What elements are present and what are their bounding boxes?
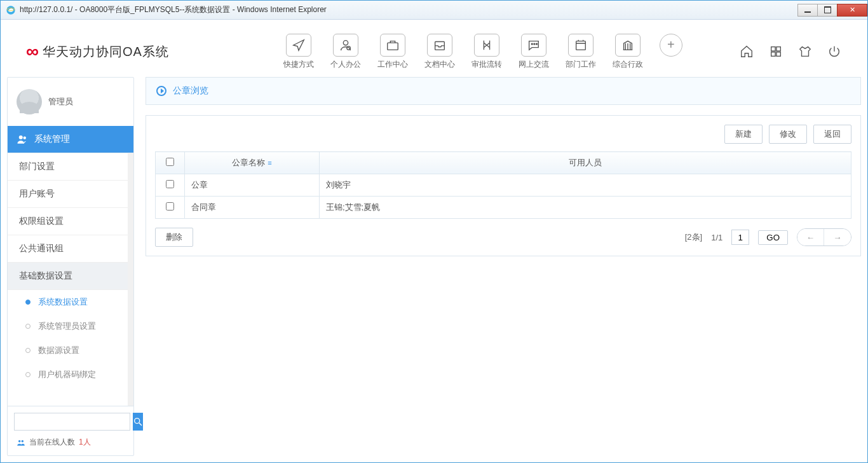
user-icon (333, 34, 358, 57)
nav-docs[interactable]: 文档中心 (424, 34, 455, 70)
go-button[interactable]: GO (758, 230, 788, 245)
chat-icon (521, 34, 546, 57)
sidebar-item-users[interactable]: 用户账号 (8, 181, 133, 208)
bullet-icon (25, 372, 31, 377)
total-count: [2条] (685, 232, 702, 243)
shirt-icon[interactable] (797, 44, 813, 59)
back-button[interactable]: 返回 (813, 125, 851, 144)
page-title-bar: 公章浏览 (146, 77, 861, 105)
svg-rect-13 (776, 52, 780, 56)
online-status: 当前在线人数 1人 (14, 431, 127, 449)
logo-text: 华天动力协同OA系统 (43, 43, 169, 60)
nav-dept[interactable]: 部门工作 (566, 34, 596, 70)
page-input[interactable] (731, 230, 749, 245)
sidebar-section-title[interactable]: 系统管理 (8, 126, 133, 153)
table-row[interactable]: 公章 刘晓宇 (156, 174, 851, 197)
select-all-checkbox[interactable] (166, 158, 174, 166)
sidebar-collapse-handle[interactable] (130, 226, 133, 258)
svg-rect-9 (576, 41, 586, 50)
sidebar-search-button[interactable] (133, 413, 143, 431)
sort-icon: ≡ (268, 159, 271, 167)
svg-rect-11 (776, 47, 780, 51)
sidebar-item-perm[interactable]: 权限组设置 (8, 208, 133, 235)
briefcase-icon (380, 34, 405, 57)
sidebar-sub-sysadmin[interactable]: 系统管理员设置 (8, 314, 133, 338)
sidebar-item-contacts[interactable]: 公共通讯组 (8, 235, 133, 263)
calendar-icon (568, 34, 593, 57)
bullet-icon (25, 324, 31, 329)
col-seal-name[interactable]: 公章名称≡ (185, 152, 320, 174)
scrollbar-thumb[interactable] (128, 153, 133, 204)
sidebar-sub-datasource[interactable]: 数据源设置 (8, 338, 133, 363)
row-checkbox[interactable] (166, 202, 174, 211)
home-icon[interactable] (739, 44, 754, 59)
logo: ∞ 华天动力协同OA系统 (26, 41, 169, 62)
ie-icon (6, 5, 16, 15)
delete-button[interactable]: 删除 (155, 228, 193, 247)
sidebar-item-dept[interactable]: 部门设置 (8, 153, 133, 181)
window-maximize[interactable] (817, 4, 837, 17)
people-icon (17, 438, 25, 447)
prev-page-button[interactable]: ← (797, 229, 824, 245)
nav-admin[interactable]: 综合行政 (613, 34, 643, 70)
svg-point-17 (18, 439, 21, 442)
users-icon (17, 134, 28, 145)
row-checkbox[interactable] (166, 180, 174, 188)
window-close[interactable] (837, 4, 867, 17)
svg-point-18 (22, 439, 24, 442)
browser-titlebar: http://127.0.0.1/ - OA8000平台版_FPLMYSQL5-… (1, 1, 867, 20)
edit-button[interactable]: 修改 (769, 125, 807, 144)
add-nav-button[interactable]: + (660, 34, 682, 57)
svg-point-14 (19, 135, 23, 139)
avatar-icon (17, 89, 42, 114)
sidebar: 管理员 系统管理 部门设置 用户账号 权限组设置 公共通讯组 基础数据设置 系统… (7, 77, 134, 456)
main-panel: 新建 修改 返回 公章名称≡ 可用人员 公章 (146, 115, 861, 256)
page-indicator: 1/1 (711, 233, 722, 242)
svg-point-16 (135, 418, 140, 424)
svg-point-8 (536, 43, 538, 45)
svg-rect-10 (771, 47, 775, 51)
next-page-button[interactable]: → (824, 229, 851, 245)
flow-icon (474, 34, 499, 57)
play-circle-icon (156, 86, 166, 96)
seal-table: 公章名称≡ 可用人员 公章 刘晓宇 合同章 (155, 151, 851, 219)
power-icon[interactable] (827, 44, 842, 59)
new-button[interactable]: 新建 (724, 125, 763, 144)
user-name: 管理员 (48, 96, 73, 107)
bullet-icon (25, 300, 31, 305)
window-title: http://127.0.0.1/ - OA8000平台版_FPLMYSQL5-… (20, 4, 327, 15)
svg-rect-4 (388, 43, 398, 50)
nav-personal[interactable]: 个人办公 (330, 34, 361, 70)
nav-chat[interactable]: 网上交流 (519, 34, 549, 70)
app-header: ∞ 华天动力协同OA系统 快捷方式 个人办公 工作中心 文档中心 审批流转 网上… (7, 26, 861, 77)
svg-point-6 (531, 43, 532, 45)
col-users[interactable]: 可用人员 (320, 152, 851, 174)
nav-approval[interactable]: 审批流转 (471, 34, 502, 70)
top-nav: 快捷方式 个人办公 工作中心 文档中心 审批流转 网上交流 部门工作 综合行政 … (283, 34, 682, 70)
sidebar-sub-sysdata[interactable]: 系统数据设置 (8, 290, 133, 314)
sidebar-sub-machine[interactable]: 用户机器码绑定 (8, 363, 133, 387)
svg-point-15 (24, 137, 27, 140)
table-row[interactable]: 合同章 王锦;艾雪;夏帆 (156, 197, 851, 219)
bullet-icon (25, 348, 31, 353)
file-tray-icon (427, 34, 452, 57)
nav-work[interactable]: 工作中心 (377, 34, 408, 70)
sidebar-search-input[interactable] (14, 413, 130, 431)
building-icon (615, 34, 641, 57)
paper-plane-icon (286, 34, 311, 57)
search-icon (133, 417, 143, 427)
page-title: 公章浏览 (173, 85, 208, 97)
apps-icon[interactable] (768, 44, 783, 59)
window-minimize[interactable] (797, 4, 818, 17)
sidebar-item-basedata[interactable]: 基础数据设置 (8, 263, 133, 290)
profile: 管理员 (8, 78, 133, 126)
svg-rect-12 (771, 52, 775, 56)
logo-mark-icon: ∞ (26, 41, 39, 62)
svg-point-7 (534, 43, 535, 45)
nav-quick[interactable]: 快捷方式 (283, 34, 314, 70)
svg-point-2 (343, 40, 348, 45)
